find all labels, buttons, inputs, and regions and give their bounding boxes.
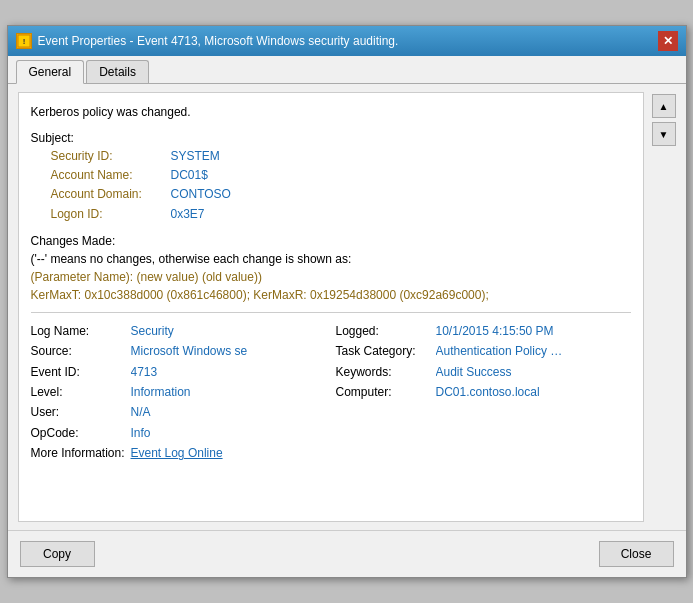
divider <box>31 312 631 313</box>
value-account-domain: CONTOSO <box>171 185 231 204</box>
value-computer: DC01.contoso.local <box>436 382 540 402</box>
tab-general[interactable]: General <box>16 60 85 84</box>
close-button[interactable]: Close <box>599 541 674 567</box>
content-area: Kerberos policy was changed. Subject: Se… <box>8 84 686 530</box>
copy-button[interactable]: Copy <box>20 541 95 567</box>
label-logon-id: Logon ID: <box>51 205 171 224</box>
meta-row-level: Level: Information <box>31 382 326 402</box>
meta-row-user: User: N/A <box>31 402 326 422</box>
label-source: Source: <box>31 341 131 361</box>
value-log-name: Security <box>131 321 174 341</box>
event-properties-window: ! Event Properties - Event 4713, Microso… <box>7 25 687 578</box>
value-logon-id: 0x3E7 <box>171 205 205 224</box>
tab-bar: General Details <box>8 56 686 84</box>
value-opcode: Info <box>131 423 151 443</box>
value-source: Microsoft Windows se <box>131 341 248 361</box>
main-panel: Kerberos policy was changed. Subject: Se… <box>18 92 644 522</box>
subject-row-logon-id: Logon ID: 0x3E7 <box>51 205 631 224</box>
subject-header: Subject: <box>31 131 631 145</box>
meta-row-logged: Logged: 10/1/2015 4:15:50 PM <box>336 321 631 341</box>
value-event-id: 4713 <box>131 362 158 382</box>
meta-row-computer: Computer: DC01.contoso.local <box>336 382 631 402</box>
subject-row-account-domain: Account Domain: CONTOSO <box>51 185 631 204</box>
more-info-row: More Information: Event Log Online <box>31 443 631 463</box>
value-security-id: SYSTEM <box>171 147 220 166</box>
window-icon: ! <box>16 33 32 49</box>
changes-detail: KerMaxT: 0x10c388d000 (0x861c46800); Ker… <box>31 286 631 304</box>
label-computer: Computer: <box>336 382 436 402</box>
bottom-bar: Copy Close <box>8 530 686 577</box>
subject-table: Security ID: SYSTEM Account Name: DC01$ … <box>51 147 631 224</box>
label-more-info: More Information: <box>31 443 131 463</box>
window-title: Event Properties - Event 4713, Microsoft… <box>38 34 399 48</box>
changes-header: Changes Made: <box>31 232 631 250</box>
meta-row-opcode: OpCode: Info <box>31 423 326 443</box>
meta-row-keywords: Keywords: Audit Success <box>336 362 631 382</box>
scroll-up-button[interactable]: ▲ <box>652 94 676 118</box>
meta-row-task-category: Task Category: Authentication Policy Cha… <box>336 341 631 361</box>
intro-text: Kerberos policy was changed. <box>31 103 631 121</box>
value-task-category: Authentication Policy Chan <box>436 341 566 361</box>
label-keywords: Keywords: <box>336 362 436 382</box>
value-account-name: DC01$ <box>171 166 208 185</box>
label-logged: Logged: <box>336 321 436 341</box>
meta-grid: Log Name: Security Source: Microsoft Win… <box>31 321 631 443</box>
meta-left: Log Name: Security Source: Microsoft Win… <box>31 321 326 443</box>
event-log-online-link[interactable]: Event Log Online <box>131 443 223 463</box>
window-close-button[interactable]: ✕ <box>658 31 678 51</box>
changes-param: (Parameter Name): (new value) (old value… <box>31 268 631 286</box>
label-level: Level: <box>31 382 131 402</box>
label-log-name: Log Name: <box>31 321 131 341</box>
value-logged: 10/1/2015 4:15:50 PM <box>436 321 554 341</box>
label-security-id: Security ID: <box>51 147 171 166</box>
subject-row-account-name: Account Name: DC01$ <box>51 166 631 185</box>
label-account-domain: Account Domain: <box>51 185 171 204</box>
value-user: N/A <box>131 402 151 422</box>
label-event-id: Event ID: <box>31 362 131 382</box>
label-task-category: Task Category: <box>336 341 436 361</box>
label-user: User: <box>31 402 131 422</box>
meta-right: Logged: 10/1/2015 4:15:50 PM Task Catego… <box>336 321 631 443</box>
tab-details[interactable]: Details <box>86 60 149 83</box>
value-level: Information <box>131 382 191 402</box>
scroll-down-button[interactable]: ▼ <box>652 122 676 146</box>
meta-row-event-id: Event ID: 4713 <box>31 362 326 382</box>
svg-text:!: ! <box>22 37 25 46</box>
title-bar-left: ! Event Properties - Event 4713, Microso… <box>16 33 399 49</box>
changes-note: ('--' means no changes, otherwise each c… <box>31 250 631 268</box>
meta-row-log-name: Log Name: Security <box>31 321 326 341</box>
scroll-buttons: ▲ ▼ <box>652 92 676 522</box>
changes-section: Changes Made: ('--' means no changes, ot… <box>31 232 631 304</box>
label-opcode: OpCode: <box>31 423 131 443</box>
meta-row-source: Source: Microsoft Windows se <box>31 341 326 361</box>
value-keywords: Audit Success <box>436 362 512 382</box>
subject-row-security-id: Security ID: SYSTEM <box>51 147 631 166</box>
title-bar: ! Event Properties - Event 4713, Microso… <box>8 26 686 56</box>
label-account-name: Account Name: <box>51 166 171 185</box>
